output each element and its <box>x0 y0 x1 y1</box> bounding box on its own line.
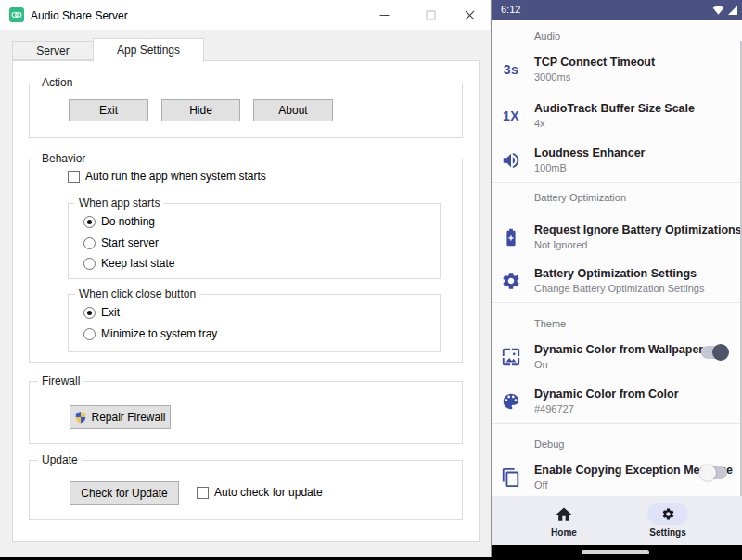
battery-plus-icon <box>496 223 526 251</box>
auto-check-update-label: Auto check for update <box>214 486 323 499</box>
radio-start-server[interactable]: Start server <box>83 236 159 249</box>
setting-title: TCP Connect Timeout <box>534 56 655 69</box>
tab-server[interactable]: Server <box>12 41 94 60</box>
autorun-checkbox[interactable]: Auto run the app when system starts <box>68 170 266 183</box>
setting-subtitle: Not Ignored <box>534 239 587 250</box>
repair-firewall-button[interactable]: Repair Firewall <box>70 405 171 429</box>
radio-circle <box>83 258 96 270</box>
radio-circle <box>83 237 96 249</box>
wifi-icon <box>712 5 724 16</box>
bottom-navigation: Home Settings <box>492 496 742 545</box>
setting-title: AudioTrack Buffer Size Scale <box>534 102 695 115</box>
hide-button[interactable]: Hide <box>161 99 240 121</box>
divider <box>492 182 742 183</box>
tab-app-settings-label: App Settings <box>117 44 180 57</box>
setting-request-ignore-battery[interactable]: Request Ignore Battery Optimizations Not… <box>492 223 742 256</box>
radio-keep-last-state[interactable]: Keep last state <box>83 257 174 270</box>
copy-icon <box>496 464 526 491</box>
radio-do-nothing[interactable]: Do nothing <box>83 215 155 228</box>
nav-settings-pill <box>647 503 688 525</box>
phone-screen: 6:12 Audio 3s TCP Connect Timeout 3000ms… <box>492 0 742 560</box>
radio-circle <box>83 328 96 340</box>
setting-subtitle: 4x <box>534 118 545 129</box>
behavior-group: Behavior Auto run the app when system st… <box>29 159 463 363</box>
gear-icon <box>496 267 526 295</box>
radio-circle <box>83 216 96 228</box>
setting-subtitle: Off <box>534 479 547 490</box>
check-update-label: Check for Update <box>81 487 167 500</box>
maximize-button[interactable] <box>412 0 449 30</box>
setting-title: Dynamic Color from Color <box>534 388 679 401</box>
setting-battery-optimization-settings[interactable]: Battery Optimization Settings Change Bat… <box>492 266 742 299</box>
when-close-group: When click close button Exit Minimize to… <box>68 294 441 352</box>
nav-home[interactable]: Home <box>508 496 620 545</box>
copy-exception-toggle[interactable] <box>701 466 727 479</box>
nav-home-label: Home <box>508 528 620 538</box>
section-header-battery: Battery Optimization <box>534 192 626 203</box>
section-header-audio: Audio <box>534 31 560 42</box>
when-close-label: When click close button <box>75 287 199 301</box>
toggle-knob <box>712 344 729 361</box>
volume-icon <box>496 146 526 174</box>
window-title: Audio Share Server <box>31 9 128 22</box>
checkbox-box <box>197 487 209 499</box>
app-settings-panel: Action Exit Hide About Behavior Auto run… <box>12 60 480 542</box>
setting-title: Request Ignore Battery Optimizations <box>534 223 742 236</box>
radio-keep-last-state-label: Keep last state <box>101 257 174 270</box>
behavior-group-label: Behavior <box>38 152 89 166</box>
status-time: 6:12 <box>501 4 520 15</box>
close-button[interactable] <box>451 0 488 30</box>
gesture-pill[interactable] <box>582 550 649 554</box>
setting-loudness-enhancer[interactable]: Loudness Enhancer 100mB <box>492 146 742 179</box>
firewall-group: Firewall Repair Firewall <box>29 381 463 444</box>
when-app-starts-label: When app starts <box>75 197 163 210</box>
setting-subtitle: Change Battery Optimization Settings <box>534 283 704 294</box>
exit-button-label: Exit <box>99 104 118 117</box>
divider <box>492 302 742 303</box>
nav-settings-label: Settings <box>612 528 723 538</box>
wallpaper-color-toggle[interactable] <box>701 346 727 359</box>
tab-app-settings[interactable]: App Settings <box>93 38 204 62</box>
gesture-bar <box>492 545 742 560</box>
section-header-theme: Theme <box>534 318 566 329</box>
setting-audiotrack-buffer-scale[interactable]: 1X AudioTrack Buffer Size Scale 4x <box>492 101 742 134</box>
radio-minimize-tray[interactable]: Minimize to system tray <box>83 327 217 340</box>
update-group-label: Update <box>38 453 82 467</box>
check-for-update-button[interactable]: Check for Update <box>70 481 179 505</box>
action-group-label: Action <box>38 76 76 90</box>
setting-title: Dynamic Color from Wallpaper <box>534 343 703 356</box>
nav-settings[interactable]: Settings <box>612 496 723 545</box>
uac-shield-icon <box>74 410 87 425</box>
desktop-window: Audio Share Server Server App Settings A… <box>0 0 492 557</box>
repair-firewall-label: Repair Firewall <box>91 411 165 424</box>
palette-icon <box>496 388 526 415</box>
hide-button-label: Hide <box>189 104 212 117</box>
setting-title: Loudness Enhancer <box>534 146 645 159</box>
setting-subtitle: On <box>534 359 548 370</box>
auto-check-update-checkbox[interactable]: Auto check for update <box>197 486 323 499</box>
settings-list: Audio 3s TCP Connect Timeout 3000ms 1X A… <box>492 20 742 496</box>
setting-subtitle: #496727 <box>534 403 574 414</box>
autorun-checkbox-label: Auto run the app when system starts <box>85 170 266 183</box>
section-header-debug: Debug <box>534 439 564 450</box>
checkbox-box <box>68 171 80 183</box>
divider <box>492 423 742 424</box>
buffer-scale-icon: 1X <box>496 102 526 130</box>
action-group: Action Exit Hide About <box>29 83 463 138</box>
when-app-starts-group: When app starts Do nothing Start server … <box>68 203 441 279</box>
tab-server-label: Server <box>36 45 69 57</box>
radio-minimize-tray-label: Minimize to system tray <box>101 327 217 340</box>
title-bar: Audio Share Server <box>0 0 490 30</box>
setting-dynamic-color-color[interactable]: Dynamic Color from Color #496727 <box>492 387 742 420</box>
about-button-label: About <box>278 104 307 117</box>
radio-close-exit-label: Exit <box>101 306 120 319</box>
setting-tcp-connect-timeout[interactable]: 3s TCP Connect Timeout 3000ms <box>492 55 742 88</box>
radio-start-server-label: Start server <box>101 236 159 249</box>
home-icon <box>555 505 573 524</box>
minimize-button[interactable] <box>365 0 403 30</box>
about-button[interactable]: About <box>253 99 333 121</box>
radio-close-exit[interactable]: Exit <box>83 306 120 319</box>
radio-do-nothing-label: Do nothing <box>101 215 155 228</box>
exit-button[interactable]: Exit <box>69 99 148 121</box>
app-logo-icon <box>9 7 24 22</box>
